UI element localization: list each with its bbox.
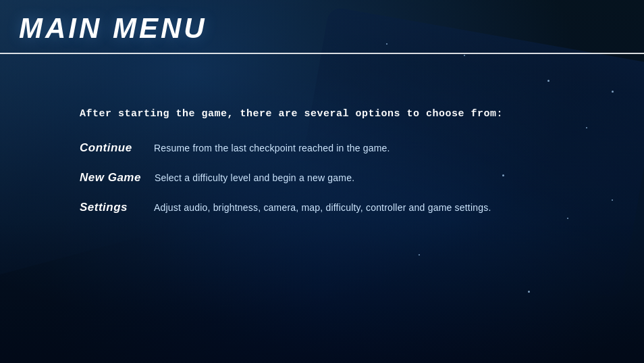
menu-item-new-game: New Game Select a difficulty level and b…	[80, 171, 644, 185]
new-game-description: Select a difficulty level and begin a ne…	[155, 172, 354, 183]
menu-item-continue: Continue Resume from the last checkpoint…	[80, 141, 644, 155]
sparkle	[567, 218, 568, 219]
page-title: MAIN MENU	[19, 12, 625, 45]
sparkle	[528, 291, 530, 293]
settings-label: Settings	[80, 201, 140, 214]
intro-text: After starting the game, there are sever…	[80, 108, 644, 120]
menu-items-list: Continue Resume from the last checkpoint…	[80, 141, 644, 214]
settings-description: Adjust audio, brightness, camera, map, d…	[154, 202, 491, 213]
header: MAIN MENU	[0, 0, 644, 54]
main-content: After starting the game, there are sever…	[0, 54, 644, 214]
sparkle	[419, 254, 420, 256]
new-game-label: New Game	[80, 171, 141, 185]
menu-item-settings: Settings Adjust audio, brightness, camer…	[80, 201, 644, 214]
continue-label: Continue	[80, 141, 140, 155]
continue-description: Resume from the last checkpoint reached …	[154, 143, 390, 153]
